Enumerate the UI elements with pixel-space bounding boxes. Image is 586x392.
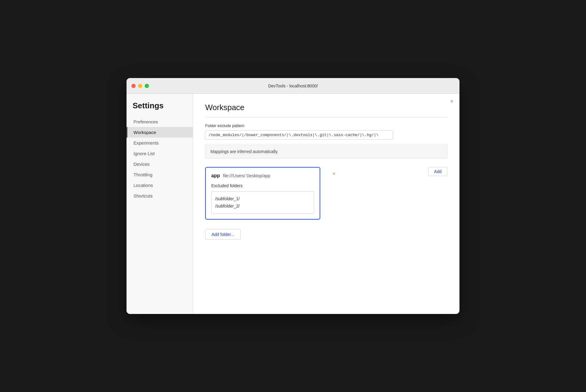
- sidebar: Settings Preferences Workspace Experimen…: [127, 94, 193, 314]
- close-traffic-light[interactable]: [131, 84, 136, 88]
- folder-row: app file:///Users/ Desktop/app × Exclude…: [205, 167, 447, 227]
- mappings-info-text: Mappings are inferred automatically.: [210, 149, 278, 154]
- subfolder-item-2: /subfolder_2/: [215, 202, 310, 210]
- title-divider: [205, 117, 447, 117]
- folder-path: file:///Users/ Desktop/app: [223, 173, 270, 178]
- folder-card: app file:///Users/ Desktop/app × Exclude…: [205, 167, 320, 220]
- maximize-traffic-light[interactable]: [145, 84, 149, 88]
- folder-exclude-input[interactable]: [205, 130, 393, 140]
- folder-remove-button[interactable]: ×: [333, 171, 335, 177]
- content-area: × Workspace Folder exclude pattern Mappi…: [193, 94, 459, 314]
- sidebar-item-preferences[interactable]: Preferences: [127, 116, 193, 127]
- folder-header: app file:///Users/ Desktop/app: [211, 173, 314, 178]
- mappings-info-box: Mappings are inferred automatically.: [205, 145, 447, 158]
- sidebar-item-shortcuts[interactable]: Shortcuts: [127, 191, 193, 201]
- folder-name: app: [211, 173, 220, 178]
- add-folder-button[interactable]: Add: [428, 167, 447, 176]
- sidebar-item-experiments[interactable]: Experiments: [127, 138, 193, 148]
- add-folder-dialog-button[interactable]: Add folder...: [205, 229, 241, 240]
- close-button[interactable]: ×: [450, 99, 453, 104]
- sidebar-title: Settings: [127, 101, 193, 116]
- traffic-lights: [131, 84, 149, 88]
- sidebar-item-workspace[interactable]: Workspace: [127, 127, 193, 138]
- titlebar: DevTools - localhost:8000/: [127, 78, 459, 94]
- sidebar-item-ignore-list[interactable]: Ignore List: [127, 148, 193, 159]
- excluded-folders-label: Excluded folders: [211, 183, 314, 188]
- sidebar-item-devices[interactable]: Devices: [127, 159, 193, 169]
- sidebar-item-locations[interactable]: Locations: [127, 180, 193, 191]
- minimize-traffic-light[interactable]: [138, 84, 142, 88]
- main-area: Settings Preferences Workspace Experimen…: [127, 94, 459, 314]
- subfolders-list: /subfolder_1/ /subfolder_2/: [211, 191, 314, 214]
- folder-exclude-label: Folder exclude pattern: [205, 123, 447, 128]
- window-title: DevTools - localhost:8000/: [268, 83, 318, 88]
- settings-window: DevTools - localhost:8000/ Settings Pref…: [127, 78, 459, 314]
- sidebar-item-throttling[interactable]: Throttling: [127, 169, 193, 180]
- page-title: Workspace: [205, 103, 447, 112]
- subfolder-item-1: /subfolder_1/: [215, 195, 310, 202]
